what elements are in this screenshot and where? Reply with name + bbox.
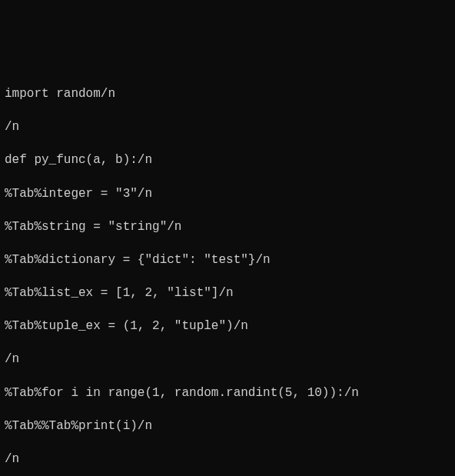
output-line: %Tab%tuple_ex = (1, 2, "tuple")/n	[5, 318, 450, 335]
output-line: def py_func(a, b):/n	[5, 152, 450, 169]
output-line: %Tab%list_ex = [1, 2, "list"]/n	[5, 285, 450, 302]
output-line: %Tab%for i in range(1, random.randint(5,…	[5, 385, 450, 402]
output-line: %Tab%string = "string"/n	[5, 219, 450, 236]
output-line: /n	[5, 119, 450, 136]
output-line: %Tab%dictionary = {"dict": "test"}/n	[5, 252, 450, 269]
output-line: /n	[5, 351, 450, 368]
output-line: import random/n	[5, 86, 450, 103]
output-line: %Tab%%Tab%print(i)/n	[5, 418, 450, 435]
output-line: /n	[5, 451, 450, 468]
output-line: %Tab%integer = "3"/n	[5, 186, 450, 203]
terminal-window[interactable]: import random/n /n def py_func(a, b):/n …	[5, 69, 450, 476]
